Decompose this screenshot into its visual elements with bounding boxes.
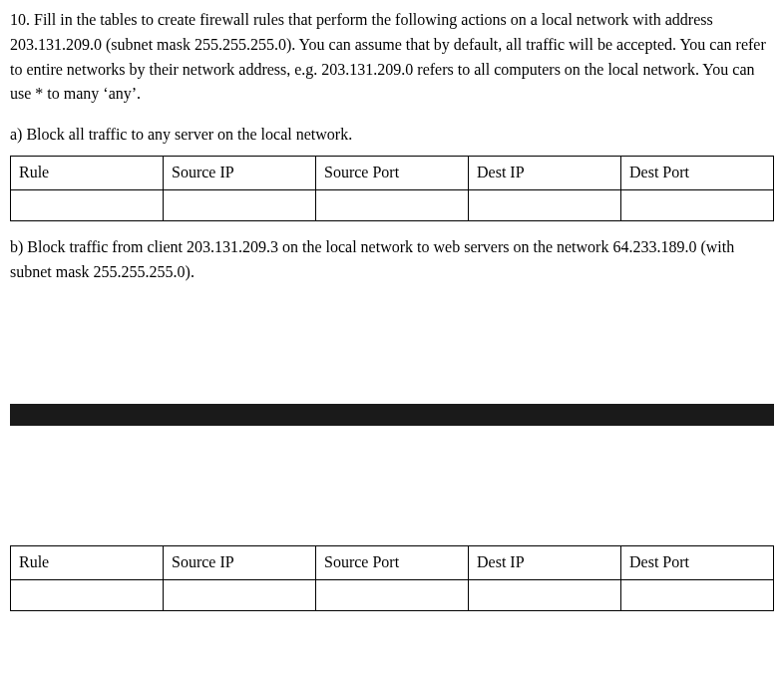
cell-dest-ip[interactable] bbox=[469, 580, 621, 611]
col-source-port: Source Port bbox=[316, 156, 469, 189]
cell-dest-port[interactable] bbox=[621, 580, 774, 611]
col-rule: Rule bbox=[11, 546, 164, 580]
table-row bbox=[11, 580, 774, 611]
cell-source-ip[interactable] bbox=[164, 580, 316, 611]
col-source-ip: Source IP bbox=[164, 546, 316, 580]
firewall-table-a: Rule Source IP Source Port Dest IP Dest … bbox=[10, 156, 774, 221]
part-b-label: b) Block traffic from client 203.131.209… bbox=[10, 235, 774, 285]
cell-rule[interactable] bbox=[11, 189, 164, 220]
col-dest-port: Dest Port bbox=[621, 156, 774, 189]
firewall-table-b: Rule Source IP Source Port Dest IP Dest … bbox=[10, 545, 774, 611]
col-dest-ip: Dest IP bbox=[469, 546, 621, 580]
question-intro: 10. Fill in the tables to create firewal… bbox=[10, 8, 774, 107]
table-row bbox=[11, 189, 774, 220]
col-source-port: Source Port bbox=[316, 546, 469, 580]
col-dest-port: Dest Port bbox=[621, 546, 774, 580]
cell-source-port[interactable] bbox=[316, 580, 469, 611]
table-header-row: Rule Source IP Source Port Dest IP Dest … bbox=[11, 156, 774, 189]
cell-source-port[interactable] bbox=[316, 189, 469, 220]
table-header-row: Rule Source IP Source Port Dest IP Dest … bbox=[11, 546, 774, 580]
col-source-ip: Source IP bbox=[164, 156, 316, 189]
page-separator-band bbox=[10, 404, 774, 426]
cell-rule[interactable] bbox=[11, 580, 164, 611]
cell-dest-port[interactable] bbox=[621, 189, 774, 220]
part-a-label: a) Block all traffic to any server on th… bbox=[10, 123, 774, 148]
col-rule: Rule bbox=[11, 156, 164, 189]
col-dest-ip: Dest IP bbox=[469, 156, 621, 189]
cell-source-ip[interactable] bbox=[164, 189, 316, 220]
cell-dest-ip[interactable] bbox=[469, 189, 621, 220]
